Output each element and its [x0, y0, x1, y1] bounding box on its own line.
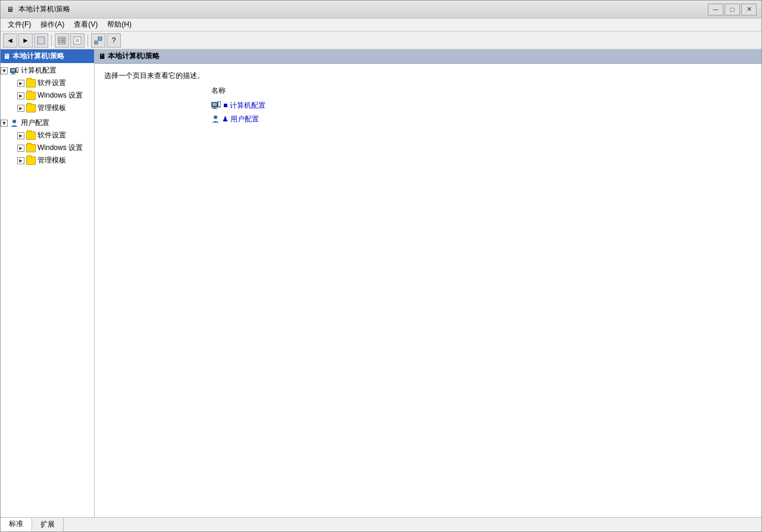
svg-rect-23 — [213, 107, 216, 108]
windows-settings-folder-icon — [26, 92, 36, 100]
tree-root-label: 本地计算机\策略 — [13, 51, 64, 61]
menu-view[interactable]: 查看(V) — [69, 18, 102, 31]
computer-config-label: 计算机配置 — [21, 65, 57, 76]
software-item[interactable]: ► 软件设置 — [17, 77, 94, 89]
user-windows-label: Windows 设置 — [38, 143, 83, 153]
instruction-text: 选择一个页目来查看它的描述。 — [104, 71, 752, 81]
toolbar-sep-1 — [51, 35, 52, 46]
up-button[interactable] — [34, 33, 48, 48]
svg-rect-13 — [98, 37, 102, 40]
menu-action[interactable]: 操作(A) — [36, 18, 69, 31]
action-section: 名称 ■ 计算机配置 ♟ 用户配置 — [211, 86, 752, 124]
user-admin-expand[interactable]: ► — [17, 157, 24, 164]
admin-templates-label: 管理模板 — [38, 103, 66, 113]
user-admin-label: 管理模板 — [38, 155, 66, 165]
menu-file[interactable]: 文件(F) — [3, 18, 36, 31]
software-folder-icon — [26, 79, 36, 87]
help-button[interactable]: ? — [107, 33, 121, 48]
user-software-folder-icon — [26, 132, 36, 140]
computer-link-icon — [211, 101, 221, 111]
title-bar: 🖥 本地计算机\策略 ─ □ ✕ — [1, 1, 761, 18]
app-icon: 🖥 — [5, 5, 15, 14]
svg-rect-16 — [12, 73, 14, 74]
user-config-section: ▼ 用户配置 ► 软件设置 ► — [1, 115, 94, 168]
svg-rect-7 — [59, 42, 60, 43]
svg-rect-24 — [212, 108, 217, 109]
admin-templates-item[interactable]: ► 管理模板 — [17, 102, 94, 114]
computer-config-expand[interactable]: ▼ — [1, 67, 8, 74]
admin-templates-expand[interactable]: ► — [17, 105, 24, 112]
toolbar: ◄ ► ? — [1, 32, 761, 49]
windows-settings-wrapper: ► Windows 设置 — [1, 89, 94, 102]
computer-config-section: ▼ 计算机配置 ► 软件设置 ► — [1, 63, 94, 115]
computer-config-icon — [10, 67, 19, 75]
user-admin-item[interactable]: ► 管理模板 — [17, 154, 94, 167]
user-software-label: 软件设置 — [38, 130, 66, 140]
right-header-icon: 🖥 — [98, 52, 105, 61]
user-windows-wrapper: ► Windows 设置 — [1, 142, 94, 154]
toolbar-sep-2 — [88, 35, 88, 46]
status-bar: 标准 扩展 — [1, 517, 761, 531]
right-content: 选择一个页目来查看它的描述。 名称 ■ 计算机配置 ♟ 用户配置 — [95, 64, 761, 517]
status-tab-extended[interactable]: 扩展 — [32, 518, 64, 531]
menu-help[interactable]: 帮助(H) — [102, 18, 136, 31]
windows-settings-expand[interactable]: ► — [17, 92, 24, 99]
user-config-link[interactable]: ♟ 用户配置 — [211, 114, 752, 124]
computer-config-link-label: ■ 计算机配置 — [223, 101, 266, 111]
svg-rect-15 — [11, 69, 15, 71]
user-software-wrapper: ► 软件设置 — [1, 129, 94, 142]
user-windows-folder-icon — [26, 144, 36, 152]
title-bar-left: 🖥 本地计算机\策略 — [5, 4, 70, 14]
minimize-button[interactable]: ─ — [708, 4, 723, 15]
software-item-wrapper: ► 软件设置 — [1, 77, 94, 89]
svg-rect-22 — [213, 103, 217, 106]
back-button[interactable]: ◄ — [3, 33, 17, 48]
right-panel-header: 🖥 本地计算机\策略 — [95, 49, 761, 64]
user-windows-item[interactable]: ► Windows 设置 — [17, 142, 94, 154]
user-software-item[interactable]: ► 软件设置 — [17, 129, 94, 142]
computer-config-link[interactable]: ■ 计算机配置 — [211, 101, 752, 111]
user-config-link-label: ♟ 用户配置 — [222, 114, 259, 124]
software-expand[interactable]: ► — [17, 80, 24, 87]
svg-rect-5 — [59, 38, 60, 39]
user-link-icon — [211, 115, 220, 124]
tree-root[interactable]: 🖥 本地计算机\策略 — [1, 49, 94, 63]
user-admin-folder-icon — [26, 157, 36, 165]
close-button[interactable]: ✕ — [741, 4, 757, 15]
svg-point-27 — [214, 115, 217, 119]
export-button[interactable] — [70, 33, 85, 48]
title-bar-buttons: ─ □ ✕ — [708, 4, 757, 15]
show-tree-button[interactable] — [55, 33, 69, 48]
menu-bar: 文件(F) 操作(A) 查看(V) 帮助(H) — [1, 18, 761, 32]
admin-templates-folder-icon — [26, 104, 36, 112]
status-tab-standard[interactable]: 标准 — [1, 518, 32, 531]
main-area: 🖥 本地计算机\策略 ▼ 计算机配置 ► 软件设置 — [1, 49, 761, 517]
user-config-icon — [10, 119, 19, 127]
actions-title: 名称 — [211, 86, 752, 96]
forward-button[interactable]: ► — [18, 33, 33, 48]
svg-rect-17 — [11, 74, 15, 74]
svg-rect-0 — [38, 37, 45, 44]
properties-button[interactable] — [91, 33, 105, 48]
admin-templates-wrapper: ► 管理模板 — [1, 102, 94, 114]
user-windows-expand[interactable]: ► — [17, 145, 24, 152]
windows-settings-label: Windows 设置 — [38, 90, 83, 101]
windows-settings-item[interactable]: ► Windows 设置 — [17, 89, 94, 102]
software-label: 软件设置 — [38, 78, 66, 88]
user-software-expand[interactable]: ► — [17, 132, 24, 139]
right-header-title: 本地计算机\策略 — [108, 51, 160, 61]
svg-rect-26 — [218, 102, 220, 106]
user-config-item[interactable]: ▼ 用户配置 — [1, 117, 94, 129]
right-panel: 🖥 本地计算机\策略 选择一个页目来查看它的描述。 名称 ■ 计算机配置 — [95, 49, 761, 517]
computer-config-item[interactable]: ▼ 计算机配置 — [1, 64, 94, 77]
main-window: 🖥 本地计算机\策略 ─ □ ✕ 文件(F) 操作(A) 查看(V) 帮助(H)… — [0, 0, 762, 532]
user-config-expand[interactable]: ▼ — [1, 120, 8, 127]
root-computer-icon: 🖥 — [3, 52, 10, 61]
svg-rect-6 — [59, 40, 60, 41]
svg-rect-19 — [17, 68, 18, 71]
user-config-label: 用户配置 — [21, 118, 49, 128]
user-admin-wrapper: ► 管理模板 — [1, 154, 94, 167]
window-title: 本地计算机\策略 — [18, 4, 70, 14]
svg-rect-12 — [95, 41, 98, 44]
maximize-button[interactable]: □ — [724, 4, 740, 15]
